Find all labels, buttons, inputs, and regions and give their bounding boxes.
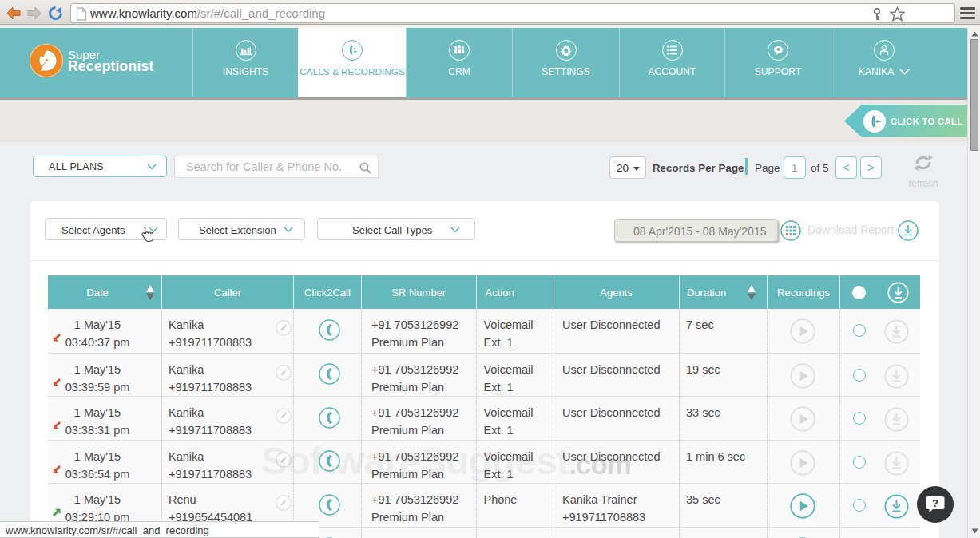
svg-text:?: ? [932,497,938,509]
